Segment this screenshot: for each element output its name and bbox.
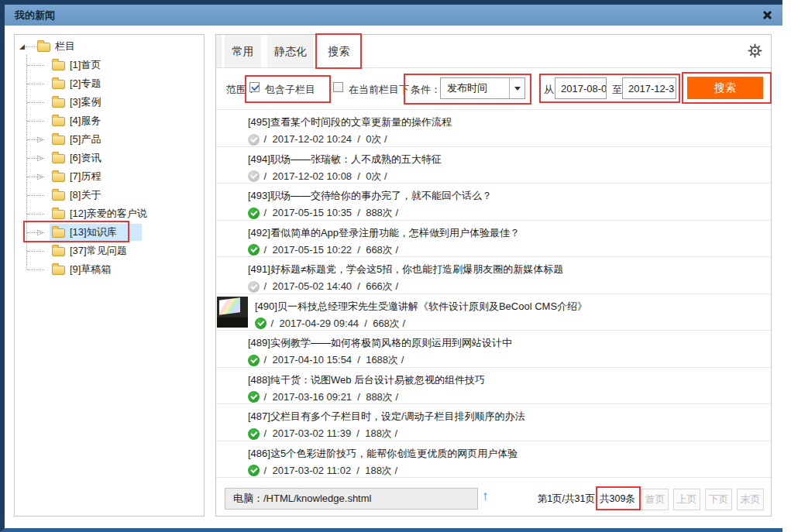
article-title[interactable]: [494]职场——张瑞敏：人不成熟的五大特征: [248, 147, 771, 166]
expand-icon[interactable]: ▷: [37, 170, 43, 183]
status-check-icon: [248, 465, 260, 476]
article-title[interactable]: [487]父栏目有多个子栏目时，设定/调动子栏目排列顺序的办法: [248, 404, 771, 424]
up-arrow-icon[interactable]: ↑: [482, 489, 489, 504]
tree-root-item[interactable]: ◢ 栏目: [15, 37, 202, 56]
tree-item[interactable]: [2]专题: [15, 74, 202, 93]
article-status-line: / 2017-04-29 09:44 / 668次 /: [255, 317, 771, 331]
tree-item[interactable]: ▷[13]知识库: [15, 223, 202, 242]
tree-item-label: [4]服务: [70, 112, 101, 130]
search-button[interactable]: 搜索: [687, 77, 763, 99]
condition-selected-value: 发布时间: [441, 81, 509, 95]
include-sub-checkbox[interactable]: [249, 82, 260, 92]
article-meta: / 2017-04-29 09:44 / 668次 /: [268, 317, 405, 331]
article-meta: / 2017-05-15 10:22 / 668次 /: [261, 243, 398, 257]
status-check-icon: [248, 391, 260, 403]
page-button[interactable]: 末页: [737, 489, 764, 510]
tree-item[interactable]: [3]案例: [15, 93, 202, 112]
tree-item[interactable]: [9]草稿箱: [15, 260, 202, 279]
tab-strip: 常用 静态化 搜索: [216, 35, 771, 68]
tree-item[interactable]: [12]亲爱的客户说: [15, 204, 202, 223]
include-sub-label[interactable]: 包含子栏目: [265, 83, 315, 97]
article-row[interactable]: [490]贝一科技总经理宋先生受邀讲解《软件设计原则及BeCool CMS介绍》…: [216, 294, 771, 331]
article-title[interactable]: [495]查看某个时间段的文章更新量的操作流程: [248, 110, 771, 129]
status-check-icon: [248, 281, 260, 293]
article-status-line: / 2017-03-02 11:39 / 188次 /: [248, 427, 771, 441]
article-row[interactable]: [494]职场——张瑞敏：人不成熟的五大特征 / 2017-12-02 10:0…: [216, 147, 771, 184]
date-to-label: 至: [612, 83, 622, 97]
tree-item-label: [2]专题: [70, 74, 101, 93]
tree-item[interactable]: [4]服务: [15, 112, 202, 130]
gear-icon[interactable]: [748, 43, 762, 58]
tree-item-label: [1]首页: [70, 56, 101, 74]
article-title[interactable]: [486]这5个色彩进阶技巧，能帮你创造更优质的网页用户体验: [248, 441, 771, 461]
article-row[interactable]: [491]好标题≠标题党，学会这5招，你也能打造刷爆朋友圈的新媒体标题 / 20…: [216, 257, 771, 294]
folder-icon: [52, 80, 65, 89]
article-meta: / 2017-03-02 11:39 / 188次 /: [261, 427, 397, 441]
static-path-field[interactable]: [225, 488, 478, 510]
status-check-icon: [248, 355, 260, 366]
page-info: 第1页/共31页: [518, 493, 595, 506]
article-meta: / 2017-05-02 14:40 / 666次 /: [261, 280, 398, 293]
tree-item-label: [6]资讯: [70, 149, 101, 167]
folder-icon: [52, 61, 65, 70]
article-row[interactable]: [492]看似简单的App登录注册功能，怎样做到用户体验最佳？ / 2017-0…: [216, 221, 771, 258]
article-row[interactable]: [495]查看某个时间段的文章更新量的操作流程 / 2017-12-02 10:…: [216, 110, 771, 147]
article-meta: / 2017-03-02 11:02 / 188次 /: [261, 464, 397, 478]
page-button[interactable]: 首页: [641, 489, 669, 510]
expand-icon[interactable]: ▷: [37, 226, 43, 239]
close-icon[interactable]: [762, 9, 773, 21]
tab-staticize[interactable]: 静态化: [267, 35, 314, 67]
date-to-input[interactable]: [622, 77, 676, 99]
filter-row: 范围： 包含子栏目 在当前栏目下 条件： 发布时间 从 至 搜索: [216, 69, 771, 110]
article-meta: / 2017-12-02 10:24 / 0次 /: [261, 132, 387, 146]
article-row[interactable]: [493]职场——交待给你的事办完了，就不能回个话么？ / 2017-05-15…: [216, 184, 771, 221]
article-status-line: / 2017-05-02 14:40 / 666次 /: [248, 280, 771, 293]
select-arrow-button[interactable]: [509, 78, 524, 98]
article-title[interactable]: [490]贝一科技总经理宋先生受邀讲解《软件设计原则及BeCool CMS介绍》: [255, 294, 771, 314]
article-title[interactable]: [491]好标题≠标题党，学会这5招，你也能打造刷爆朋友圈的新媒体标题: [248, 257, 771, 276]
tree-item[interactable]: [8]关于: [15, 186, 202, 204]
tree-item-label: [8]关于: [70, 186, 101, 204]
expand-icon[interactable]: ▷: [37, 152, 43, 164]
page-button[interactable]: 上页: [673, 489, 700, 510]
tab-common[interactable]: 常用: [225, 35, 261, 67]
status-check-icon: [248, 134, 260, 146]
tree-item[interactable]: ▷[6]资讯: [15, 149, 202, 167]
condition-select[interactable]: 发布时间: [440, 77, 525, 99]
article-title[interactable]: [488]纯干货：说图Web 后台设计易被忽视的组件技巧: [248, 368, 771, 387]
current-only-label[interactable]: 在当前栏目下: [349, 83, 409, 97]
tree-item-label: [7]历程: [70, 167, 101, 186]
news-dialog: 我的新闻 ◢ 栏目 [1]首页[2]专题[3]案例[4]服务▷[5]产品▷[6]…: [0, 0, 791, 532]
article-status-line: / 2017-05-15 10:22 / 668次 /: [248, 243, 771, 257]
folder-icon: [52, 266, 65, 275]
date-from-input[interactable]: [555, 77, 607, 99]
article-row[interactable]: [489]实例教学——如何将极简风格的原则运用到网站设计中 / 2017-04-…: [216, 331, 771, 368]
article-status-line: / 2017-12-02 10:08 / 0次 /: [248, 170, 771, 184]
article-list: [495]查看某个时间段的文章更新量的操作流程 / 2017-12-02 10:…: [216, 110, 771, 478]
tree-item[interactable]: [37]常见问题: [15, 242, 202, 260]
collapse-icon[interactable]: ◢: [19, 43, 25, 50]
expand-icon[interactable]: ▷: [37, 133, 43, 146]
tree-item[interactable]: [1]首页: [15, 56, 202, 74]
article-status-line: / 2017-05-15 10:35 / 888次 /: [248, 206, 771, 220]
article-title[interactable]: [493]职场——交待给你的事办完了，就不能回个话么？: [248, 184, 771, 203]
article-meta: / 2017-03-16 09:21 / 888次 /: [261, 390, 398, 404]
article-status-line: / 2017-03-16 09:21 / 888次 /: [248, 390, 771, 404]
dialog-titlebar[interactable]: 我的新闻: [5, 5, 782, 26]
tree-item-label: [37]常见问题: [70, 242, 127, 260]
article-row[interactable]: [488]纯干货：说图Web 后台设计易被忽视的组件技巧 / 2017-03-1…: [216, 368, 771, 405]
article-row[interactable]: [486]这5个色彩进阶技巧，能帮你创造更优质的网页用户体验 / 2017-03…: [216, 441, 771, 479]
tree-item[interactable]: ▷[7]历程: [15, 167, 202, 186]
tab-search[interactable]: 搜索: [320, 35, 358, 67]
folder-icon: [52, 191, 65, 201]
article-panel: 常用 静态化 搜索 范围： 包含子栏目: [215, 34, 772, 517]
article-row[interactable]: [487]父栏目有多个子栏目时，设定/调动子栏目排列顺序的办法 / 2017-0…: [216, 404, 771, 441]
folder-icon: [52, 154, 65, 163]
article-title[interactable]: [489]实例教学——如何将极简风格的原则运用到网站设计中: [248, 331, 771, 350]
page-button[interactable]: 下页: [705, 489, 732, 510]
current-only-checkbox[interactable]: [333, 82, 343, 92]
article-thumbnail: [217, 297, 248, 328]
folder-icon: [52, 98, 65, 108]
article-title[interactable]: [492]看似简单的App登录注册功能，怎样做到用户体验最佳？: [248, 221, 771, 240]
tree-item[interactable]: ▷[5]产品: [15, 130, 202, 149]
